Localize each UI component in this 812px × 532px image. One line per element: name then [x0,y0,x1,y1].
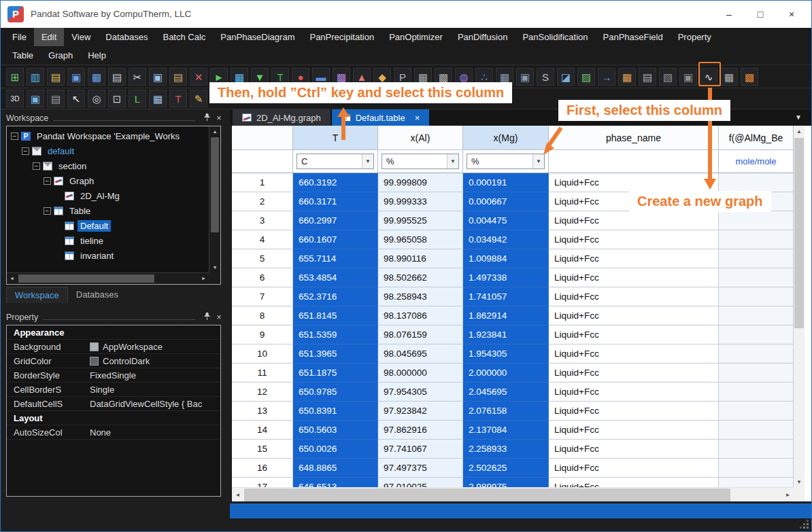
tab-list-caret-icon[interactable]: ▼ [795,113,802,121]
menu-item-pansolidification[interactable]: PanSolidification [515,28,595,46]
table-cell[interactable]: 2.000000 [463,363,549,383]
table-cell[interactable]: 0.034942 [463,230,549,249]
table-cell[interactable]: Liquid+Fcc [549,344,719,363]
table-cell[interactable]: 98.076159 [378,325,463,344]
table-cell[interactable]: Liquid+Fcc [549,383,719,402]
table-cell[interactable]: 653.4854 [293,268,378,287]
table-cell[interactable]: 1.497338 [463,268,549,287]
table-cell[interactable]: 651.3965 [293,344,378,363]
scroll-left-icon[interactable]: ◄ [7,273,17,284]
table-cell[interactable] [719,173,794,192]
row-header[interactable]: 4 [232,230,293,249]
table-cell[interactable]: 98.258943 [378,287,463,306]
table-cell[interactable]: 650.0026 [293,440,378,459]
table-cell[interactable]: 655.7114 [293,249,378,268]
close-panel-icon[interactable]: × [213,311,225,323]
scroll-down-icon[interactable]: ▼ [209,262,220,272]
row-header[interactable]: 13 [232,402,293,421]
table-cell[interactable] [719,440,794,459]
table-cell[interactable] [719,249,794,268]
row-header[interactable]: 14 [232,421,293,440]
scroll-up-icon[interactable]: ▲ [209,126,220,137]
tree-vertical-scrollbar[interactable]: ▲ ▼ [209,126,220,272]
toolbar-solidification-s-icon[interactable]: S [537,68,554,86]
tree-expander-icon[interactable]: − [33,162,40,170]
table-cell[interactable] [719,268,794,287]
toolbar-save-icon[interactable]: ▣ [67,68,85,86]
menu-item-edit[interactable]: Edit [34,28,64,46]
table-cell[interactable]: 650.9785 [293,383,378,402]
table-cell[interactable]: 97.497375 [378,459,463,478]
toolbar-paste-icon[interactable]: ▤ [169,68,187,86]
doc-tab-2d-al-mg-graph[interactable]: 2D_Al-Mg.graph [233,109,331,126]
table-cell[interactable]: Liquid+Fcc [549,363,719,383]
property-row-defaultcells[interactable]: DefaultCellSDataGridViewCellStyle { Bac [7,397,220,411]
table-cell[interactable]: 0.000667 [463,192,549,211]
menu-item-batch-calc[interactable]: Batch Calc [155,28,213,46]
toolbar-copy-icon[interactable]: ▣ [149,68,167,86]
column-header-x-al[interactable]: x(Al) [378,126,463,150]
property-row-cellborders[interactable]: CellBorderSSingle [7,383,220,397]
menu-item-file[interactable]: File [5,28,34,46]
table-cell[interactable]: 2.137084 [463,421,549,440]
table-cell[interactable]: 98.000000 [378,363,463,383]
table-cell[interactable]: 660.2997 [293,211,378,230]
table-cell[interactable]: Liquid+Fcc [549,440,719,459]
menu-item-panoptimizer[interactable]: PanOptimizer [382,28,450,46]
property-row-background[interactable]: BackgroundAppWorkspace [7,340,220,354]
table-cell[interactable]: Liquid+Fcc [549,325,719,344]
table-cell[interactable]: 99.995525 [378,211,463,230]
table-cell[interactable]: 652.3716 [293,287,378,306]
toolbar-zoom-region-icon[interactable]: ⊡ [108,90,126,107]
table-cell[interactable] [719,383,794,402]
table-cell[interactable]: Liquid+Fcc [549,306,719,325]
toolbar-table-edit-icon[interactable]: ▦ [618,68,636,86]
table-cell[interactable]: 0.004475 [463,211,549,230]
table-cell[interactable]: 2.258933 [463,440,549,459]
table-cell[interactable]: 98.045695 [378,344,463,363]
scrollbar-thumb[interactable] [244,489,730,501]
toolbar-step-forward-icon[interactable]: → [598,68,615,86]
table-cell[interactable]: 97.862916 [378,421,463,440]
toolbar-extra-tool-icon[interactable]: ▧ [659,68,677,86]
row-header[interactable]: 3 [232,211,293,230]
toolbar-grid-frame-icon[interactable]: ▣ [516,68,534,86]
table-cell[interactable]: 99.965058 [378,230,463,249]
unit-combo-x-mg[interactable]: %▼ [467,154,545,169]
close-tab-icon[interactable]: × [415,113,420,123]
toolbar-snapshot-icon[interactable]: ▤ [47,90,65,107]
toolbar-add-document-icon[interactable]: ▥ [27,68,44,86]
column-header-phase-name[interactable]: phase_name [549,126,719,150]
table-cell[interactable]: Liquid+Fcc [549,173,719,192]
table-cell[interactable]: Liquid+Fcc [549,402,719,421]
tree-item-table[interactable]: −Table [7,203,209,218]
column-header-f-almg-be[interactable]: f(@AlMg_Be [719,126,794,150]
table-cell[interactable] [719,306,794,325]
table-cell[interactable]: 1.009884 [463,249,549,268]
table-cell[interactable]: 650.5603 [293,421,378,440]
table-cell[interactable]: Liquid+Fcc [549,211,719,230]
toolbar-settings-grid-icon[interactable]: ▩ [741,68,758,86]
corner-header[interactable] [232,126,293,150]
table-cell[interactable]: 1.862914 [463,306,549,325]
menu-item-help[interactable]: Help [80,46,114,65]
table-cell[interactable]: Liquid+Fcc [549,421,719,440]
table-cell[interactable]: 660.3192 [293,173,378,192]
menu-item-pandiffusion[interactable]: PanDiffusion [450,28,515,46]
table-cell[interactable]: 2.045695 [463,383,549,402]
row-header[interactable]: 7 [232,287,293,306]
toolbar-report-icon[interactable]: ▤ [639,68,656,86]
close-panel-icon[interactable]: × [213,112,225,124]
table-cell[interactable]: 660.1607 [293,230,378,249]
table-cell[interactable]: 98.137086 [378,306,463,325]
close-button[interactable]: × [776,1,807,28]
tree-item-section[interactable]: −section [7,158,209,173]
row-header[interactable]: 2 [232,192,293,211]
tree-expander-icon[interactable]: − [44,177,51,185]
scroll-right-icon[interactable]: ► [782,488,794,502]
table-cell[interactable]: 97.741067 [378,440,463,459]
tree-item-default[interactable]: Default [7,218,209,233]
scrollbar-thumb[interactable] [211,137,219,232]
maximize-button[interactable]: □ [745,1,776,28]
toolbar-legend-L-icon[interactable]: L [129,90,146,107]
